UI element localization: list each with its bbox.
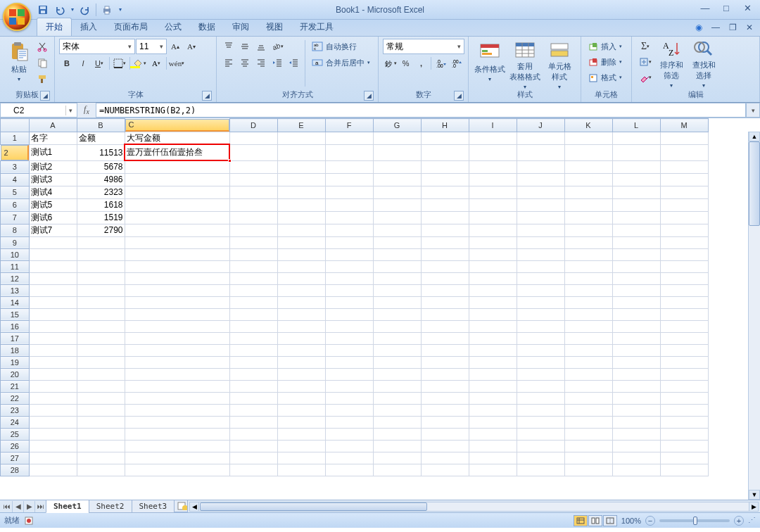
cell-M9[interactable] bbox=[660, 236, 708, 248]
cell-G14[interactable] bbox=[373, 296, 421, 308]
cell-A2[interactable]: 测试1 bbox=[29, 144, 77, 160]
cell-H16[interactable] bbox=[421, 320, 469, 332]
row-header-25[interactable]: 25 bbox=[1, 428, 30, 440]
view-normal[interactable] bbox=[574, 515, 588, 526]
cell-M25[interactable] bbox=[660, 428, 708, 440]
cell-E21[interactable] bbox=[277, 380, 325, 392]
tab-formulas[interactable]: 公式 bbox=[156, 18, 190, 36]
cell-H4[interactable] bbox=[421, 173, 469, 186]
cell-D26[interactable] bbox=[229, 440, 277, 452]
cell-A26[interactable] bbox=[29, 440, 77, 452]
cell-E3[interactable] bbox=[277, 160, 325, 173]
cut-button[interactable] bbox=[34, 39, 50, 54]
cell-J14[interactable] bbox=[517, 296, 564, 308]
cell-E11[interactable] bbox=[277, 260, 325, 272]
cell-C10[interactable] bbox=[125, 248, 229, 260]
office-button[interactable] bbox=[3, 3, 31, 31]
row-header-24[interactable]: 24 bbox=[1, 416, 30, 428]
cell-J25[interactable] bbox=[517, 428, 564, 440]
cell-F17[interactable] bbox=[325, 332, 373, 344]
cell-G26[interactable] bbox=[373, 440, 421, 452]
cell-B20[interactable] bbox=[77, 368, 125, 380]
decrease-indent[interactable] bbox=[270, 55, 285, 70]
cell-H17[interactable] bbox=[421, 332, 469, 344]
col-header-J[interactable]: J bbox=[517, 119, 564, 132]
cell-K10[interactable] bbox=[564, 248, 612, 260]
cell-A8[interactable]: 测试7 bbox=[29, 224, 77, 236]
cell-G1[interactable] bbox=[373, 132, 421, 144]
cell-C17[interactable] bbox=[125, 332, 229, 344]
cell-H5[interactable] bbox=[421, 186, 469, 198]
cell-C21[interactable] bbox=[125, 380, 229, 392]
cell-F18[interactable] bbox=[325, 344, 373, 356]
row-header-11[interactable]: 11 bbox=[1, 260, 30, 272]
cell-G18[interactable] bbox=[373, 344, 421, 356]
cell-grid[interactable]: ABCDEFGHIJKLM1名字金额大写金额2测试111513壹万壹仟伍佰壹拾叁… bbox=[0, 118, 709, 476]
select-all-corner[interactable] bbox=[1, 119, 30, 132]
decrease-font-button[interactable]: A▾ bbox=[184, 39, 199, 54]
cell-E22[interactable] bbox=[277, 392, 325, 404]
cell-B18[interactable] bbox=[77, 344, 125, 356]
col-header-L[interactable]: L bbox=[612, 119, 660, 132]
view-page-layout[interactable] bbox=[588, 515, 602, 526]
cell-A23[interactable] bbox=[29, 404, 77, 416]
cell-K1[interactable] bbox=[564, 132, 612, 144]
cell-D24[interactable] bbox=[229, 416, 277, 428]
row-header-15[interactable]: 15 bbox=[1, 308, 30, 320]
align-top[interactable] bbox=[221, 39, 236, 54]
cell-D23[interactable] bbox=[229, 404, 277, 416]
cell-E1[interactable] bbox=[277, 132, 325, 144]
cell-M15[interactable] bbox=[660, 308, 708, 320]
cell-L11[interactable] bbox=[612, 260, 660, 272]
cell-D16[interactable] bbox=[229, 320, 277, 332]
cell-L18[interactable] bbox=[612, 344, 660, 356]
row-header-23[interactable]: 23 bbox=[1, 404, 30, 416]
cell-I25[interactable] bbox=[469, 428, 517, 440]
cell-F11[interactable] bbox=[325, 260, 373, 272]
cell-C27[interactable] bbox=[125, 452, 229, 464]
tab-review[interactable]: 审阅 bbox=[224, 18, 258, 36]
cell-B6[interactable]: 1618 bbox=[77, 198, 125, 211]
format-as-table-button[interactable]: 套用 表格格式▾ bbox=[507, 39, 542, 87]
align-middle[interactable] bbox=[237, 39, 253, 54]
cell-A11[interactable] bbox=[29, 260, 77, 272]
zoom-in[interactable]: + bbox=[734, 516, 744, 526]
cell-C26[interactable] bbox=[125, 440, 229, 452]
close-button[interactable]: ✕ bbox=[737, 1, 757, 14]
cell-K15[interactable] bbox=[564, 308, 612, 320]
row-header-28[interactable]: 28 bbox=[1, 464, 30, 476]
cell-B28[interactable] bbox=[77, 464, 125, 476]
cell-C8[interactable] bbox=[125, 224, 229, 236]
cell-F14[interactable] bbox=[325, 296, 373, 308]
cell-H10[interactable] bbox=[421, 248, 469, 260]
cell-G24[interactable] bbox=[373, 416, 421, 428]
doc-minimize[interactable]: — bbox=[709, 22, 722, 33]
cell-M5[interactable] bbox=[660, 186, 708, 198]
cell-styles-button[interactable]: 单元格 样式▾ bbox=[543, 39, 576, 87]
cell-G8[interactable] bbox=[373, 224, 421, 236]
cell-L23[interactable] bbox=[612, 404, 660, 416]
cell-K27[interactable] bbox=[564, 452, 612, 464]
cell-D9[interactable] bbox=[229, 236, 277, 248]
cell-E12[interactable] bbox=[277, 272, 325, 284]
cell-D1[interactable] bbox=[229, 132, 277, 144]
doc-close[interactable]: ✕ bbox=[743, 22, 756, 33]
cell-E9[interactable] bbox=[277, 236, 325, 248]
cell-G4[interactable] bbox=[373, 173, 421, 186]
cell-L12[interactable] bbox=[612, 272, 660, 284]
cell-G10[interactable] bbox=[373, 248, 421, 260]
cell-J19[interactable] bbox=[517, 356, 564, 368]
cell-J26[interactable] bbox=[517, 440, 564, 452]
cell-K7[interactable] bbox=[564, 211, 612, 224]
cell-F23[interactable] bbox=[325, 404, 373, 416]
cell-E28[interactable] bbox=[277, 464, 325, 476]
cell-C11[interactable] bbox=[125, 260, 229, 272]
cell-D28[interactable] bbox=[229, 464, 277, 476]
paste-button[interactable]: 粘贴 ▾ bbox=[4, 39, 33, 87]
cell-A18[interactable] bbox=[29, 344, 77, 356]
cell-M28[interactable] bbox=[660, 464, 708, 476]
cell-G5[interactable] bbox=[373, 186, 421, 198]
cell-M18[interactable] bbox=[660, 344, 708, 356]
cell-F20[interactable] bbox=[325, 368, 373, 380]
cell-L1[interactable] bbox=[612, 132, 660, 144]
